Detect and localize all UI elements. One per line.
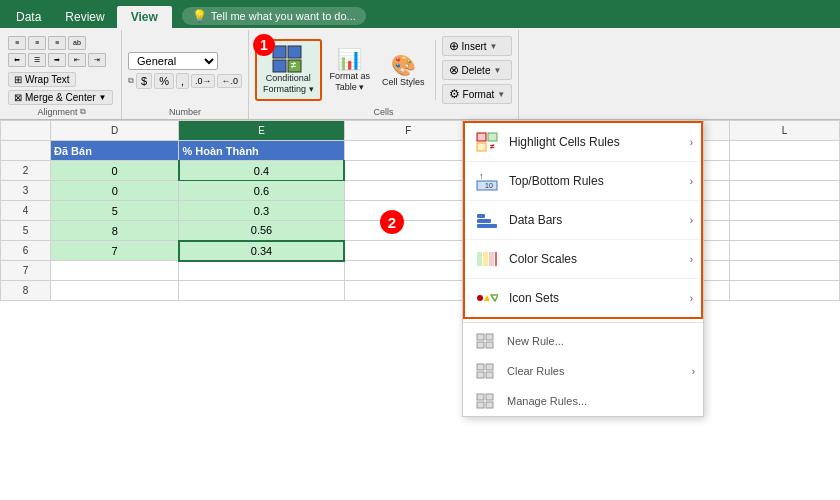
align-right-btn[interactable]: ➡: [48, 53, 66, 67]
svg-rect-5: [477, 133, 486, 141]
clear-rules-arrow: ›: [692, 366, 695, 377]
top-bottom-arrow: ›: [690, 176, 693, 187]
table-row: 4 5 0.3: [1, 201, 840, 221]
comma-btn[interactable]: ,: [176, 73, 189, 89]
data-bars-item[interactable]: Data Bars ›: [465, 201, 701, 240]
svg-text:10: 10: [485, 182, 493, 189]
cell-styles-btn[interactable]: 🎨 Cell Styles: [378, 51, 429, 90]
svg-rect-23: [486, 334, 493, 340]
cell-e5[interactable]: 0.56: [179, 221, 344, 241]
svg-rect-18: [495, 252, 497, 266]
icon-sets-label: Icon Sets: [509, 291, 690, 305]
cell-d4[interactable]: 5: [51, 201, 179, 221]
percent-btn[interactable]: %: [154, 73, 174, 89]
cell-e1[interactable]: % Hoàn Thành: [179, 141, 344, 161]
col-f-header[interactable]: F: [344, 121, 472, 141]
highlight-cells-icon: ≠: [473, 130, 501, 154]
manage-rules-icon: [471, 391, 499, 411]
cell-d6[interactable]: 7: [51, 241, 179, 261]
manage-rules-label: Manage Rules...: [507, 395, 587, 407]
svg-rect-1: [288, 46, 301, 58]
icon-sets-arrow: ›: [690, 293, 693, 304]
clear-rules-icon: [471, 361, 499, 381]
svg-marker-20: [484, 295, 490, 301]
align-center-btn[interactable]: ☰: [28, 53, 46, 67]
expand-number-icon[interactable]: ⧉: [128, 76, 134, 86]
tab-data[interactable]: Data: [4, 6, 53, 28]
cells-group-label: Cells: [255, 107, 512, 119]
badge-2: 2: [380, 210, 404, 234]
svg-rect-0: [273, 46, 286, 58]
number-group: General ⧉ $ % , .0→ ←.0 Number: [122, 30, 249, 119]
align-top-left-btn[interactable]: ≡: [8, 36, 26, 50]
wrap-text-btn[interactable]: ⊞ Wrap Text: [8, 72, 76, 87]
svg-rect-26: [477, 364, 484, 370]
top-bottom-rules-item[interactable]: ↑ 10 Top/Bottom Rules ›: [465, 162, 701, 201]
conditional-formatting-icon: ≠: [272, 45, 304, 73]
cell-f2[interactable]: [344, 161, 472, 181]
svg-rect-25: [486, 342, 493, 348]
top-bottom-label: Top/Bottom Rules: [509, 174, 690, 188]
svg-rect-14: [477, 214, 485, 218]
menu-highlighted-section: ≠ Highlight Cells Rules › ↑ 10 Top/Botto…: [463, 121, 703, 319]
cell-l1[interactable]: [729, 141, 839, 161]
svg-text:≠: ≠: [490, 142, 495, 151]
clear-rules-item[interactable]: Clear Rules ›: [463, 356, 703, 386]
align-top-center-btn[interactable]: ≡: [28, 36, 46, 50]
color-scales-label: Color Scales: [509, 252, 690, 266]
format-as-table-btn[interactable]: 📊 Format as Table ▾: [326, 45, 375, 95]
cell-d1[interactable]: Đã Bán: [51, 141, 179, 161]
color-scales-arrow: ›: [690, 254, 693, 265]
dec-decrease-btn[interactable]: ←.0: [217, 74, 242, 88]
icon-sets-item[interactable]: Icon Sets ›: [465, 279, 701, 317]
table-row: 2 0 0.4: [1, 161, 840, 181]
orientation-btn[interactable]: ab: [68, 36, 86, 50]
tell-me-box[interactable]: 💡 Tell me what you want to do...: [182, 7, 366, 25]
svg-text:≠: ≠: [291, 60, 296, 70]
cells-group: 1 ≠ Conditional Formatting ▾: [249, 30, 519, 119]
cell-l2[interactable]: [729, 161, 839, 181]
svg-rect-22: [477, 334, 484, 340]
svg-rect-16: [483, 252, 488, 266]
cell-d5[interactable]: 8: [51, 221, 179, 241]
svg-rect-2: [273, 60, 286, 72]
format-btn[interactable]: ⚙ Format ▼: [442, 84, 513, 104]
manage-rules-item[interactable]: Manage Rules...: [463, 386, 703, 416]
svg-rect-31: [486, 394, 493, 400]
cell-d3[interactable]: 0: [51, 181, 179, 201]
svg-rect-15: [477, 252, 482, 266]
dec-increase-btn[interactable]: .0→: [191, 74, 216, 88]
expand-alignment-icon[interactable]: ⧉: [80, 107, 86, 117]
cell-e4[interactable]: 0.3: [179, 201, 344, 221]
cell-d2[interactable]: 0: [51, 161, 179, 181]
indent-decrease-btn[interactable]: ⇤: [68, 53, 86, 67]
spreadsheet: D E F G H L Đã Bán: [0, 120, 840, 500]
col-l-header[interactable]: L: [729, 121, 839, 141]
cell-f1[interactable]: [344, 141, 472, 161]
merge-center-btn[interactable]: ⊠ Merge & Center ▼: [8, 90, 113, 105]
cell-e3[interactable]: 0.6: [179, 181, 344, 201]
cell-e2[interactable]: 0.4: [179, 161, 344, 181]
delete-btn[interactable]: ⊗ Delete ▼: [442, 60, 513, 80]
cell-e6[interactable]: 0.34: [179, 241, 344, 261]
tab-view[interactable]: View: [117, 6, 172, 28]
highlight-cells-rules-item[interactable]: ≠ Highlight Cells Rules ›: [465, 123, 701, 162]
svg-rect-33: [486, 402, 493, 408]
number-group-label: Number: [128, 107, 242, 119]
svg-rect-17: [489, 252, 494, 266]
dollar-btn[interactable]: $: [136, 73, 152, 89]
svg-rect-27: [486, 364, 493, 370]
align-left-btn[interactable]: ⬅: [8, 53, 26, 67]
align-top-right-btn[interactable]: ≡: [48, 36, 66, 50]
col-d-header[interactable]: D: [51, 121, 179, 141]
indent-increase-btn[interactable]: ⇥: [88, 53, 106, 67]
number-format-select[interactable]: General: [128, 52, 218, 70]
col-e-header[interactable]: E: [179, 121, 344, 141]
tab-review[interactable]: Review: [53, 6, 116, 28]
svg-marker-21: [491, 295, 498, 301]
insert-btn[interactable]: ⊕ Insert ▼: [442, 36, 513, 56]
color-scales-item[interactable]: Color Scales ›: [465, 240, 701, 279]
new-rule-item[interactable]: New Rule...: [463, 326, 703, 356]
row-header: [1, 121, 51, 141]
table-row: 3 0 0.6: [1, 181, 840, 201]
